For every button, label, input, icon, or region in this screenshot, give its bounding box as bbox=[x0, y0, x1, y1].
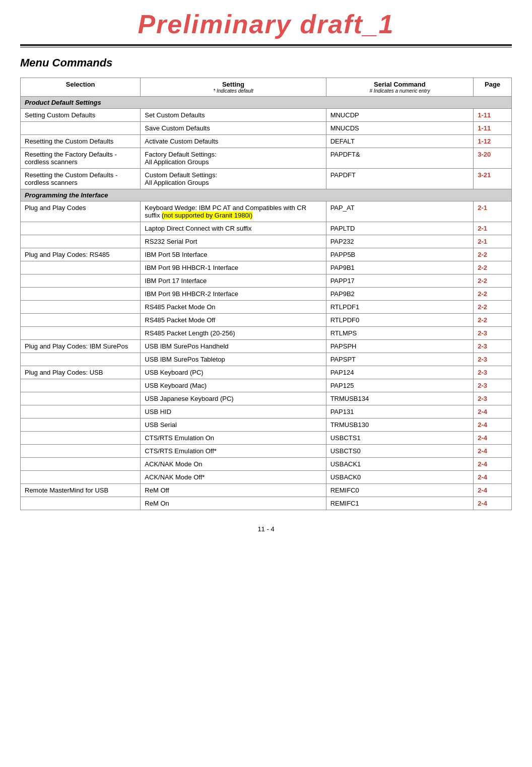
cell-setting: USB Keyboard (PC) bbox=[141, 366, 326, 379]
header-page: Page bbox=[474, 78, 512, 97]
cell-selection bbox=[21, 122, 141, 135]
cell-setting: CTS/RTS Emulation Off* bbox=[141, 445, 326, 458]
table-header-row: Selection Setting * Indicates default Se… bbox=[21, 78, 512, 97]
cell-selection bbox=[21, 261, 141, 274]
cell-page: 2-3 bbox=[474, 327, 512, 340]
cell-command: PAP_AT bbox=[326, 201, 474, 222]
cell-setting: USB Japanese Keyboard (PC) bbox=[141, 392, 326, 405]
cell-setting: USB IBM SurePos Handheld bbox=[141, 340, 326, 353]
cell-command: PAP131 bbox=[326, 405, 474, 419]
cell-page: 2-3 bbox=[474, 379, 512, 392]
cell-selection bbox=[21, 379, 141, 392]
cell-command: PAPP17 bbox=[326, 274, 474, 288]
cell-command: REMIFC1 bbox=[326, 497, 474, 510]
table-row: ACK/NAK Mode Off*USBACK02-4 bbox=[21, 471, 512, 484]
cell-page: 2-2 bbox=[474, 301, 512, 314]
cell-page: 2-1 bbox=[474, 235, 512, 248]
cell-command: PAPSPT bbox=[326, 353, 474, 366]
cell-setting: ReM Off bbox=[141, 484, 326, 497]
cell-command: USBCTS1 bbox=[326, 432, 474, 445]
cell-page: 2-1 bbox=[474, 222, 512, 235]
top-rule2 bbox=[20, 47, 512, 47]
cell-setting: ReM On bbox=[141, 497, 326, 510]
table-row: Resetting the Custom DefaultsActivate Cu… bbox=[21, 135, 512, 148]
table-row: Plug and Play Codes: IBM SurePosUSB IBM … bbox=[21, 340, 512, 353]
table-row: Laptop Direct Connect with CR suffixPAPL… bbox=[21, 222, 512, 235]
cell-setting: CTS/RTS Emulation On bbox=[141, 432, 326, 445]
table-row: IBM Port 9B HHBCR-2 InterfacePAP9B22-2 bbox=[21, 288, 512, 301]
table-row: RS232 Serial PortPAP2322-1 bbox=[21, 235, 512, 248]
table-row: RS485 Packet Length (20-256)RTLMPS2-3 bbox=[21, 327, 512, 340]
table-row: Plug and Play Codes: RS485IBM Port 5B In… bbox=[21, 248, 512, 261]
cell-command: PAPSPH bbox=[326, 340, 474, 353]
cell-setting: USB Keyboard (Mac) bbox=[141, 379, 326, 392]
table-row: USB Keyboard (Mac)PAP1252-3 bbox=[21, 379, 512, 392]
cell-setting: Keyboard Wedge: IBM PC AT and Compatible… bbox=[141, 201, 326, 222]
cell-setting: Activate Custom Defaults bbox=[141, 135, 326, 148]
cell-command: PAPDFT& bbox=[326, 148, 474, 169]
cell-page: 2-3 bbox=[474, 392, 512, 405]
cell-selection: Plug and Play Codes: IBM SurePos bbox=[21, 340, 141, 353]
cell-selection bbox=[21, 353, 141, 366]
cell-command: USBCTS0 bbox=[326, 445, 474, 458]
cell-page: 2-2 bbox=[474, 314, 512, 327]
cell-selection: Setting Custom Defaults bbox=[21, 109, 141, 122]
section-heading: Menu Commands bbox=[20, 56, 512, 69]
cell-page: 2-2 bbox=[474, 261, 512, 274]
cell-command: MNUCDS bbox=[326, 122, 474, 135]
cell-page: 2-4 bbox=[474, 471, 512, 484]
cell-page: 3-20 bbox=[474, 148, 512, 169]
cell-command: TRMUSB134 bbox=[326, 392, 474, 405]
table-row: Plug and Play CodesKeyboard Wedge: IBM P… bbox=[21, 201, 512, 222]
cell-setting: Save Custom Defaults bbox=[141, 122, 326, 135]
cell-selection bbox=[21, 458, 141, 471]
cell-selection: Remote MasterMind for USB bbox=[21, 484, 141, 497]
cell-command: PAPDFT bbox=[326, 169, 474, 189]
category-row: Programming the Interface bbox=[21, 189, 512, 201]
cell-page: 2-4 bbox=[474, 484, 512, 497]
menu-commands-table: Selection Setting * Indicates default Se… bbox=[20, 78, 512, 510]
cell-selection: Resetting the Factory Defaults - cordles… bbox=[21, 148, 141, 169]
table-row: Remote MasterMind for USBReM OffREMIFC02… bbox=[21, 484, 512, 497]
cell-page: 2-4 bbox=[474, 419, 512, 432]
cell-setting: ACK/NAK Mode Off* bbox=[141, 471, 326, 484]
cell-page: 2-1 bbox=[474, 201, 512, 222]
table-row: Resetting the Custom Defaults - cordless… bbox=[21, 169, 512, 189]
cell-selection bbox=[21, 314, 141, 327]
category-row: Product Default Settings bbox=[21, 97, 512, 109]
cell-page: 2-3 bbox=[474, 340, 512, 353]
cell-command: REMIFC0 bbox=[326, 484, 474, 497]
cell-command: PAP232 bbox=[326, 235, 474, 248]
cell-selection bbox=[21, 301, 141, 314]
header-setting: Setting * Indicates default bbox=[141, 78, 326, 97]
cell-command: RTLPDF0 bbox=[326, 314, 474, 327]
cell-setting: Factory Default Settings:All Application… bbox=[141, 148, 326, 169]
cell-selection: Plug and Play Codes: RS485 bbox=[21, 248, 141, 261]
cell-selection bbox=[21, 274, 141, 288]
cell-command: PAP9B2 bbox=[326, 288, 474, 301]
cell-page: 2-3 bbox=[474, 353, 512, 366]
table-row: USB IBM SurePos TabletopPAPSPT2-3 bbox=[21, 353, 512, 366]
cell-page: 2-4 bbox=[474, 497, 512, 510]
cell-page: 2-4 bbox=[474, 458, 512, 471]
cell-command: PAPLTD bbox=[326, 222, 474, 235]
table-row: ACK/NAK Mode OnUSBACK12-4 bbox=[21, 458, 512, 471]
cell-setting: Set Custom Defaults bbox=[141, 109, 326, 122]
cell-page: 3-21 bbox=[474, 169, 512, 189]
cell-command: USBACK1 bbox=[326, 458, 474, 471]
top-rule bbox=[20, 44, 512, 46]
cell-selection bbox=[21, 288, 141, 301]
cell-setting: Custom Default Settings:All Application … bbox=[141, 169, 326, 189]
watermark: Preliminary draft_1 bbox=[20, 0, 512, 44]
header-selection: Selection bbox=[21, 78, 141, 97]
cell-command: PAP9B1 bbox=[326, 261, 474, 274]
cell-command: RTLPDF1 bbox=[326, 301, 474, 314]
header-command: Serial Command # Indicates a numeric ent… bbox=[326, 78, 474, 97]
cell-page: 2-2 bbox=[474, 274, 512, 288]
cell-page: 2-2 bbox=[474, 248, 512, 261]
cell-page: 1-12 bbox=[474, 135, 512, 148]
cell-setting: RS485 Packet Mode On bbox=[141, 301, 326, 314]
cell-setting: Laptop Direct Connect with CR suffix bbox=[141, 222, 326, 235]
cell-selection bbox=[21, 235, 141, 248]
cell-setting: USB HID bbox=[141, 405, 326, 419]
